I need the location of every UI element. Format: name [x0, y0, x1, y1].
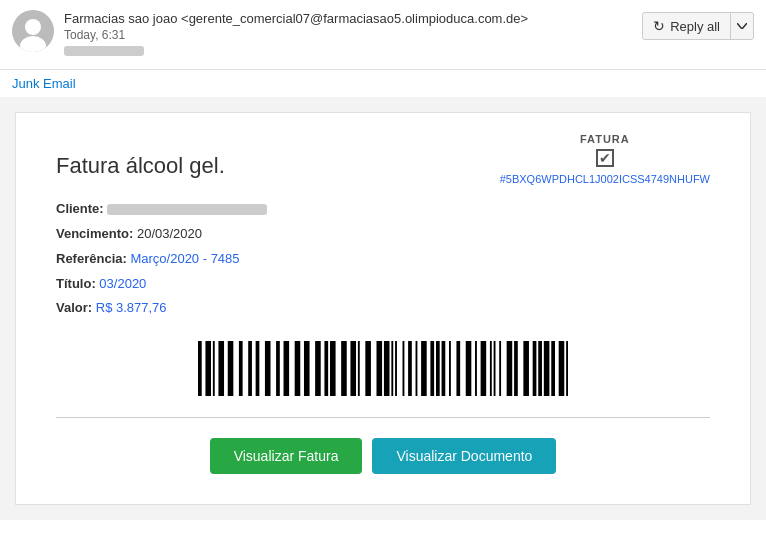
svg-rect-21 [358, 341, 360, 396]
fatura-label: FATURA [500, 133, 710, 145]
field-label-cliente: Cliente: [56, 201, 104, 216]
sender-time: Today, 6:31 [64, 28, 642, 42]
field-label-referencia: Referência: [56, 251, 127, 266]
svg-rect-29 [416, 341, 418, 396]
fatura-section: FATURA ✔ #5BXQ6WPDHCL1J002ICSS4749NHUFW [500, 133, 710, 185]
barcode-image [193, 339, 573, 399]
field-value-valor: R$ 3.877,76 [96, 300, 167, 315]
invoice-fields: Cliente: Vencimento: 20/03/2020 Referênc… [56, 199, 710, 319]
svg-point-1 [25, 19, 41, 35]
svg-rect-27 [403, 341, 405, 396]
svg-rect-24 [384, 341, 390, 396]
barcode-section [56, 339, 710, 402]
field-label-vencimento: Vencimento: [56, 226, 133, 241]
field-row-referencia: Referência: Março/2020 - 7485 [56, 249, 710, 270]
email-body: FATURA ✔ #5BXQ6WPDHCL1J002ICSS4749NHUFW … [0, 97, 766, 520]
visualizar-documento-button[interactable]: Visualizar Documento [372, 438, 556, 474]
svg-rect-20 [350, 341, 356, 396]
field-row-vencimento: Vencimento: 20/03/2020 [56, 224, 710, 245]
reply-all-label: Reply all [670, 19, 720, 34]
field-label-titulo: Título: [56, 276, 96, 291]
svg-rect-42 [507, 341, 513, 396]
svg-rect-39 [490, 341, 492, 396]
sender-name-email: Farmacias sao joao <gerente_comercial07@… [64, 10, 642, 28]
svg-rect-16 [315, 341, 321, 396]
svg-rect-22 [365, 341, 371, 396]
svg-rect-49 [559, 341, 565, 396]
checkmark-icon: ✔ [599, 150, 611, 166]
svg-rect-23 [376, 341, 382, 396]
svg-rect-6 [218, 341, 224, 396]
svg-rect-50 [566, 341, 568, 396]
svg-rect-32 [436, 341, 440, 396]
svg-rect-28 [408, 341, 412, 396]
svg-rect-30 [421, 341, 427, 396]
svg-rect-46 [538, 341, 542, 396]
svg-rect-8 [239, 341, 243, 396]
fatura-checkbox: ✔ [596, 149, 614, 167]
svg-rect-4 [205, 341, 211, 396]
sender-info: Farmacias sao joao <gerente_comercial07@… [64, 10, 642, 59]
svg-rect-11 [265, 341, 271, 396]
svg-rect-9 [248, 341, 252, 396]
reply-icon: ↻ [653, 18, 665, 34]
svg-rect-18 [330, 341, 336, 396]
svg-rect-48 [551, 341, 555, 396]
svg-rect-15 [304, 341, 310, 396]
svg-rect-43 [514, 341, 518, 396]
svg-rect-33 [442, 341, 446, 396]
svg-rect-38 [481, 341, 487, 396]
barcode-divider [56, 417, 710, 418]
fatura-code: #5BXQ6WPDHCL1J002ICSS4749NHUFW [500, 173, 710, 185]
svg-rect-3 [198, 341, 202, 396]
junk-email-link[interactable]: Junk Email [12, 76, 76, 91]
chevron-down-icon [737, 23, 747, 29]
email-container: Farmacias sao joao <gerente_comercial07@… [0, 0, 766, 543]
reply-all-main[interactable]: ↻ Reply all [643, 13, 731, 39]
svg-rect-45 [533, 341, 537, 396]
avatar [12, 10, 54, 52]
svg-rect-36 [466, 341, 472, 396]
field-row-valor: Valor: R$ 3.877,76 [56, 298, 710, 319]
reply-all-button[interactable]: ↻ Reply all [642, 12, 754, 40]
svg-rect-44 [523, 341, 529, 396]
svg-rect-34 [449, 341, 451, 396]
svg-rect-5 [213, 341, 215, 396]
svg-rect-26 [395, 341, 397, 396]
svg-rect-37 [475, 341, 477, 396]
field-value-cliente-blurred [107, 204, 267, 215]
field-value-vencimento: 20/03/2020 [137, 226, 202, 241]
svg-rect-25 [391, 341, 393, 396]
svg-rect-19 [341, 341, 347, 396]
svg-rect-12 [276, 341, 280, 396]
field-label-valor: Valor: [56, 300, 92, 315]
svg-rect-17 [324, 341, 328, 396]
field-value-referencia: Março/2020 - 7485 [130, 251, 239, 266]
svg-rect-35 [456, 341, 460, 396]
junk-email-bar: Junk Email [0, 70, 766, 97]
field-value-titulo: 03/2020 [99, 276, 146, 291]
email-content-card: FATURA ✔ #5BXQ6WPDHCL1J002ICSS4749NHUFW … [15, 112, 751, 505]
svg-rect-10 [256, 341, 260, 396]
svg-rect-40 [494, 341, 496, 396]
svg-rect-14 [295, 341, 301, 396]
svg-rect-13 [284, 341, 290, 396]
svg-rect-31 [430, 341, 434, 396]
sender-blurred-info [64, 46, 144, 56]
action-buttons: Visualizar Fatura Visualizar Documento [56, 438, 710, 474]
svg-rect-41 [499, 341, 501, 396]
svg-rect-47 [544, 341, 550, 396]
field-row-titulo: Título: 03/2020 [56, 274, 710, 295]
reply-all-chevron-button[interactable] [731, 13, 753, 39]
svg-rect-7 [228, 341, 234, 396]
field-row-cliente: Cliente: [56, 199, 710, 220]
visualizar-fatura-button[interactable]: Visualizar Fatura [210, 438, 363, 474]
email-header: Farmacias sao joao <gerente_comercial07@… [0, 0, 766, 70]
